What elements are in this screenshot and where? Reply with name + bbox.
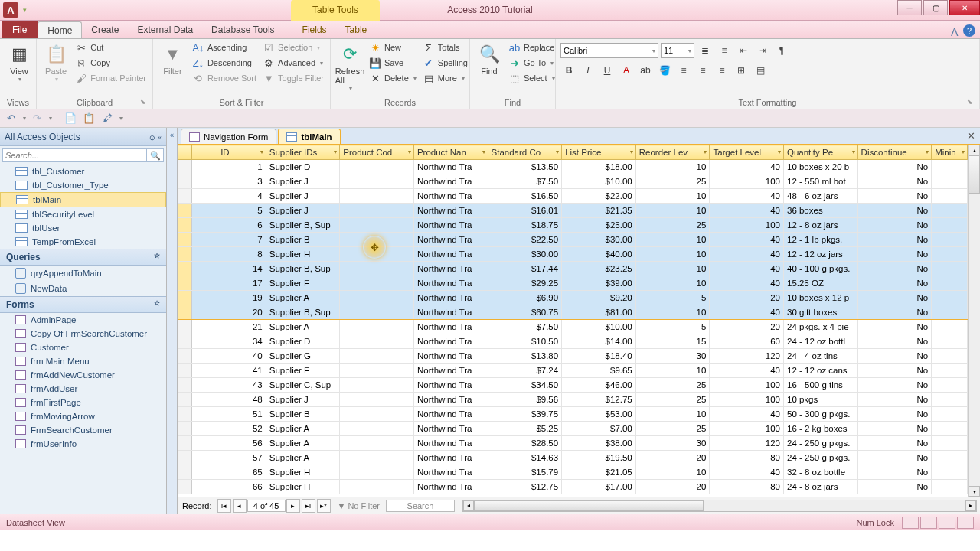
nav-group-forms[interactable]: Forms☆ xyxy=(0,296,166,313)
view-btn-1[interactable] xyxy=(902,517,919,529)
table-row[interactable]: 20Supplier B, SupNorthwind Tra$60.75$81.… xyxy=(178,305,968,320)
vertical-scrollbar[interactable]: ▴▾ xyxy=(968,145,980,497)
table-row[interactable]: 52Supplier ANorthwind Tra$5.25$7.0025100… xyxy=(178,422,968,436)
col-header[interactable]: List Price▾ xyxy=(562,145,636,160)
col-header[interactable]: Quantity Pe▾ xyxy=(783,145,858,160)
copy-button[interactable]: ⎘Copy xyxy=(74,56,148,70)
nav-table-tbl_Customer_Type[interactable]: tbl_Customer_Type xyxy=(0,178,166,192)
tab-database-tools[interactable]: Database Tools xyxy=(202,21,284,38)
next-record-button[interactable]: ▸ xyxy=(286,499,300,513)
qat-icon-2[interactable]: 📋 xyxy=(81,112,96,126)
view-button[interactable]: ▦View▾ xyxy=(5,41,34,84)
nav-query-qryAppendToMain[interactable]: qryAppendToMain xyxy=(0,266,166,281)
col-header[interactable]: Product Cod▾ xyxy=(340,145,414,160)
last-record-button[interactable]: ▸I xyxy=(302,499,315,513)
remove-sort-button[interactable]: ⟲Remove Sort xyxy=(191,71,258,85)
replace-button[interactable]: abReplace xyxy=(507,41,557,54)
table-row[interactable]: 57Supplier ANorthwind Tra$14.63$19.50208… xyxy=(178,451,968,465)
close-button[interactable]: ✕ xyxy=(949,0,980,15)
italic-button[interactable]: I xyxy=(580,62,596,79)
doc-tab-navigation-form[interactable]: Navigation Form xyxy=(181,129,276,144)
col-header[interactable]: Discontinue▾ xyxy=(858,145,932,160)
indent-dec-icon[interactable]: ⇤ xyxy=(735,42,752,59)
font-name-combo[interactable]: Calibri▾ xyxy=(560,43,658,58)
nav-group-queries[interactable]: Queries☆ xyxy=(0,249,166,266)
nav-form-frmUserInfo[interactable]: frmUserInfo xyxy=(0,437,166,451)
nav-form-frmAddNewCustomer[interactable]: frmAddNewCustomer xyxy=(0,368,166,382)
nav-pane-header[interactable]: All Access Objects ⊙ « xyxy=(0,128,166,146)
ribbon-minimize-icon[interactable]: ᐱ xyxy=(946,26,963,38)
selection-button[interactable]: ☑Selection▾ xyxy=(261,41,325,54)
no-filter-indicator[interactable]: ▼No Filter xyxy=(338,501,380,510)
search-icon[interactable]: 🔍 xyxy=(147,148,164,162)
tab-create[interactable]: Create xyxy=(82,21,128,38)
table-row[interactable]: 65Supplier HNorthwind Tra$15.79$21.05104… xyxy=(178,465,968,480)
table-row[interactable]: 3Supplier JNorthwind Tra$7.50$10.0025100… xyxy=(178,174,968,189)
nav-search-input[interactable] xyxy=(2,148,147,162)
col-header[interactable]: Target Level▾ xyxy=(710,145,784,160)
nav-form-frm Main Menu[interactable]: frm Main Menu xyxy=(0,354,166,368)
col-header[interactable]: ID▾ xyxy=(192,145,266,160)
first-record-button[interactable]: I◂ xyxy=(217,499,231,513)
record-position-input[interactable] xyxy=(247,500,286,512)
qat-dropdown-icon[interactable]: ▾ xyxy=(23,6,27,14)
table-row[interactable]: 4Supplier JNorthwind Tra$16.50$22.001040… xyxy=(178,189,968,204)
save-button[interactable]: 💾Save xyxy=(368,56,418,70)
indent-inc-icon[interactable]: ⇥ xyxy=(754,42,771,59)
table-row[interactable]: 19Supplier ANorthwind Tra$6.90$9.2052010… xyxy=(178,291,968,305)
data-grid[interactable]: ID▾Supplier IDs▾Product Cod▾Product Nan▾… xyxy=(178,145,968,494)
align-left-button[interactable]: ≡ xyxy=(675,62,692,79)
nav-table-tbl_Customer[interactable]: tbl_Customer xyxy=(0,165,166,178)
table-row[interactable]: 66Supplier HNorthwind Tra$12.75$17.00208… xyxy=(178,480,968,494)
goto-button[interactable]: ➜Go To▾ xyxy=(507,56,557,70)
bullets-icon[interactable]: ≣ xyxy=(697,42,714,59)
nav-collapse-bar[interactable]: « xyxy=(167,128,178,514)
table-row[interactable]: 1Supplier DNorthwind Tra$13.50$18.001040… xyxy=(178,160,968,174)
font-color-button[interactable]: A xyxy=(618,62,635,79)
maximize-button[interactable]: ▢ xyxy=(923,0,948,15)
horizontal-scrollbar[interactable]: ◂▸ xyxy=(462,500,977,512)
col-header[interactable]: Reorder Lev▾ xyxy=(635,145,710,160)
nav-form-AdminPage[interactable]: AdminPage xyxy=(0,313,166,327)
redo-button[interactable]: ↷ xyxy=(29,112,44,126)
delete-button[interactable]: ✕Delete▾ xyxy=(368,71,418,85)
nav-form-Customer[interactable]: Customer xyxy=(0,341,166,354)
nav-form-Copy Of FrmSearchCustomer[interactable]: Copy Of FrmSearchCustomer xyxy=(0,327,166,341)
table-row[interactable]: 5Supplier JNorthwind Tra$16.01$21.351040… xyxy=(178,204,968,218)
ascending-button[interactable]: A↓Ascending xyxy=(191,41,258,54)
view-btn-4[interactable] xyxy=(957,517,974,529)
fill-color-button[interactable]: 🪣 xyxy=(656,62,673,79)
more-button[interactable]: ▤More▾ xyxy=(421,71,469,85)
spelling-button[interactable]: ✔Spelling xyxy=(421,56,469,70)
tab-file[interactable]: File xyxy=(2,21,38,38)
table-row[interactable]: 43Supplier C, SupNorthwind Tra$34.50$46.… xyxy=(178,378,968,393)
nav-table-tblUser[interactable]: tblUser xyxy=(0,221,166,235)
table-row[interactable]: 34Supplier DNorthwind Tra$10.50$14.00156… xyxy=(178,334,968,349)
col-header[interactable]: Standard Co▾ xyxy=(488,145,562,160)
bold-button[interactable]: B xyxy=(560,62,577,79)
qat-icon-1[interactable]: 📄 xyxy=(63,112,78,126)
table-row[interactable]: 40Supplier GNorthwind Tra$13.80$18.40301… xyxy=(178,349,968,364)
filter-button[interactable]: ▼Filter xyxy=(158,41,188,77)
nav-form-frmFirstPage[interactable]: frmFirstPage xyxy=(0,396,166,409)
advanced-button[interactable]: ⚙Advanced▾ xyxy=(261,56,325,70)
nav-table-tblSecurityLevel[interactable]: tblSecurityLevel xyxy=(0,207,166,221)
paste-button[interactable]: 📋Paste▾ xyxy=(41,41,70,84)
nav-query-NewData[interactable]: NewData xyxy=(0,281,166,296)
table-row[interactable]: 41Supplier FNorthwind Tra$7.24$9.6510401… xyxy=(178,364,968,378)
descending-button[interactable]: Z↓Descending xyxy=(191,56,258,70)
nav-table-tblMain[interactable]: tblMain xyxy=(0,192,166,207)
minimize-button[interactable]: ─ xyxy=(897,0,922,15)
gridlines-button[interactable]: ⊞ xyxy=(733,62,750,79)
help-icon[interactable]: ? xyxy=(963,24,975,37)
doc-tab-tblmain[interactable]: tblMain xyxy=(278,129,340,144)
nav-table-TempFromExcel[interactable]: TempFromExcel xyxy=(0,235,166,249)
alt-row-color-button[interactable]: ▤ xyxy=(752,62,769,79)
view-btn-3[interactable] xyxy=(939,517,956,529)
qat-icon-3[interactable]: 🖍 xyxy=(100,112,115,126)
new-record-button[interactable]: ▸* xyxy=(317,499,331,513)
align-center-button[interactable]: ≡ xyxy=(694,62,711,79)
nav-form-frmAddUser[interactable]: frmAddUser xyxy=(0,382,166,396)
align-right-button[interactable]: ≡ xyxy=(714,62,730,79)
table-row[interactable]: 14Supplier B, SupNorthwind Tra$17.44$23.… xyxy=(178,262,968,276)
